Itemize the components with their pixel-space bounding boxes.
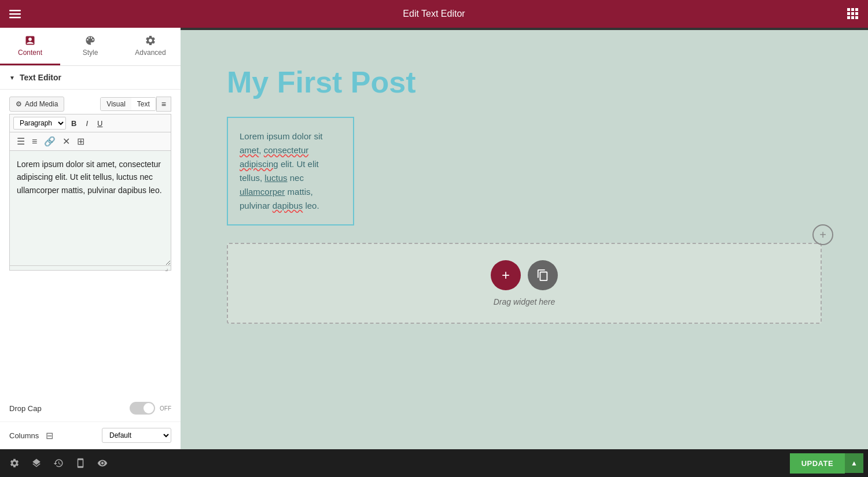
preview-button[interactable] (93, 453, 112, 473)
svg-rect-4 (851, 8, 854, 11)
drag-widget-area: + Drag widget here (227, 243, 822, 324)
content-area: My First Post Lorem ipsum dolor sit amet… (181, 28, 868, 449)
svg-rect-3 (847, 8, 850, 11)
visual-tab[interactable]: Visual (101, 98, 131, 110)
add-media-button[interactable]: ⚙ Add Media (9, 97, 64, 112)
drag-add-button[interactable]: + (491, 260, 521, 290)
more-button[interactable]: ✕ (60, 135, 72, 148)
columns-setting: Columns ⊟ Default 2 3 (0, 422, 181, 449)
section-collapse-arrow: ▼ (9, 75, 15, 81)
update-button[interactable]: UPDATE (790, 453, 845, 474)
main-layout: Content Style Advanced ▼ Text Editor ⚙ A… (0, 28, 868, 449)
svg-rect-0 (9, 10, 21, 12)
drop-cap-setting: Drop Cap OFF (0, 395, 181, 422)
layers-button[interactable] (27, 453, 46, 473)
bold-button[interactable]: B (67, 117, 80, 130)
ordered-list-button[interactable]: ≡ (30, 135, 39, 148)
sidebar-tabs: Content Style Advanced (0, 28, 181, 66)
section-title: Text Editor (20, 73, 61, 82)
svg-rect-10 (851, 16, 854, 19)
columns-label: Columns (9, 431, 39, 440)
table-button[interactable]: ⊞ (75, 135, 87, 148)
top-border (181, 28, 868, 30)
tab-advanced-label: Advanced (135, 49, 165, 57)
svg-rect-2 (9, 17, 21, 19)
drag-buttons: + (491, 260, 558, 290)
add-media-icon: ⚙ (16, 100, 22, 108)
editor-area: ⚙ Add Media Visual Text ≡ Paragraph Head… (0, 90, 181, 395)
link-button[interactable]: 🔗 (42, 135, 58, 148)
settings-button[interactable] (5, 453, 24, 473)
tab-advanced[interactable]: Advanced (120, 28, 181, 65)
history-button[interactable] (49, 453, 68, 473)
paragraph-select[interactable]: Paragraph Heading 1 Heading 2 (13, 117, 66, 130)
columns-select[interactable]: Default 2 3 (102, 428, 171, 443)
post-title: My First Post (181, 65, 868, 99)
italic-button[interactable]: I (82, 117, 92, 130)
add-widget-button[interactable]: + (812, 224, 833, 245)
hamburger-menu-icon[interactable] (9, 8, 21, 20)
svg-rect-11 (855, 16, 858, 19)
svg-rect-1 (9, 13, 21, 15)
tab-style-label: Style (83, 49, 98, 57)
columns-icon: ⊟ (46, 430, 53, 441)
svg-rect-8 (855, 12, 858, 15)
grid-icon[interactable] (847, 8, 859, 20)
text-tab[interactable]: Text (131, 98, 156, 110)
bottom-toolbar: UPDATE ▲ (0, 449, 868, 477)
header-title: Edit Text Editor (403, 9, 465, 19)
drop-cap-toggle[interactable] (130, 402, 155, 415)
responsive-button[interactable] (71, 453, 90, 473)
text-content-area[interactable]: Lorem ipsum dolor sit amet, consectetur … (9, 150, 171, 266)
editor-toolbar-top: ⚙ Add Media Visual Text ≡ (9, 97, 171, 112)
resize-handle[interactable]: ⌟ (9, 266, 171, 271)
svg-rect-6 (847, 12, 850, 15)
section-header-text-editor[interactable]: ▼ Text Editor (0, 66, 181, 90)
format-toolbar-2: ☰ ≡ 🔗 ✕ ⊞ (9, 132, 171, 150)
drop-cap-label: Drop Cap (9, 404, 42, 413)
tab-style[interactable]: Style (60, 28, 120, 65)
unordered-list-button[interactable]: ☰ (14, 135, 27, 148)
drag-label: Drag widget here (494, 297, 556, 306)
kitchen-sink-button[interactable]: ≡ (156, 97, 171, 112)
sidebar: Content Style Advanced ▼ Text Editor ⚙ A… (0, 28, 181, 449)
svg-rect-5 (855, 8, 858, 11)
update-caret-button[interactable]: ▲ (845, 453, 863, 473)
drag-copy-button[interactable] (528, 260, 558, 290)
update-button-group: UPDATE ▲ (790, 453, 863, 474)
svg-rect-7 (851, 12, 854, 15)
tab-content[interactable]: Content (0, 28, 60, 65)
toggle-off-label: OFF (160, 405, 171, 412)
text-widget-box[interactable]: Lorem ipsum dolor sit amet, consectetur … (227, 117, 354, 225)
tab-content-label: Content (18, 49, 42, 57)
underline-button[interactable]: U (93, 117, 106, 130)
svg-rect-9 (847, 16, 850, 19)
format-toolbar: Paragraph Heading 1 Heading 2 B I U (9, 114, 171, 132)
header: Edit Text Editor (0, 0, 868, 28)
view-tabs: Visual Text (100, 97, 156, 111)
text-widget-wrapper: Lorem ipsum dolor sit amet, consectetur … (181, 117, 868, 225)
